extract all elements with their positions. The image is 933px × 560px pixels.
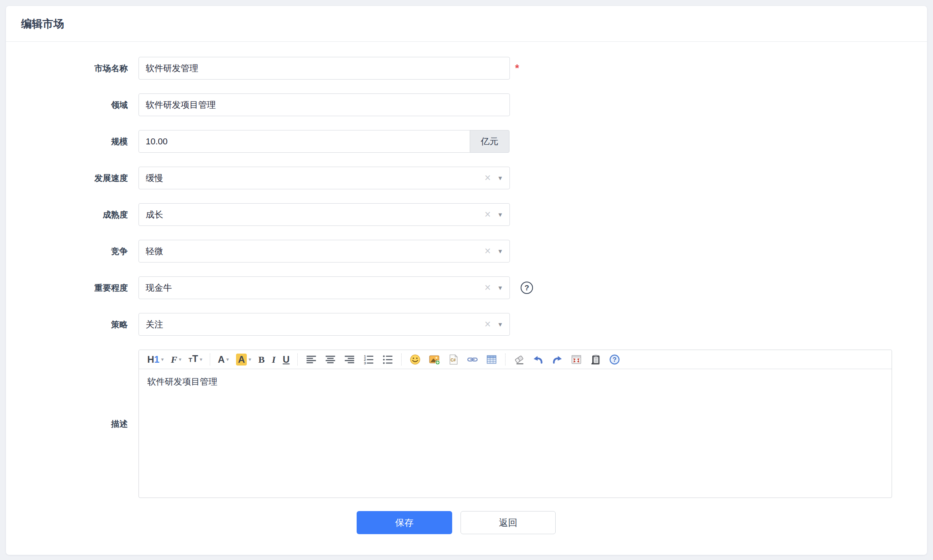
required-asterisk: * bbox=[515, 57, 519, 80]
code-block-icon[interactable]: C# bbox=[447, 354, 459, 366]
maturity-label: 成熟度 bbox=[6, 203, 139, 226]
form-row-importance: 重要程度 现金牛 × ▼ ? bbox=[6, 276, 927, 299]
rich-text-editor: H1▾F▾TT▾A▾A▾BIU123C#? 软件研发项目管理 bbox=[139, 350, 892, 498]
caret-down-icon[interactable]: ▼ bbox=[497, 321, 503, 327]
edit-market-form: 市场名称 * 领域 规模 亿元 发展速度 缓慢 × ▼ bbox=[6, 42, 927, 534]
scale-input-group: 亿元 bbox=[139, 130, 510, 153]
form-actions: 保存 返回 bbox=[357, 511, 927, 534]
form-row-speed: 发展速度 缓慢 × ▼ bbox=[6, 167, 927, 189]
speed-label: 发展速度 bbox=[6, 167, 139, 189]
edit-market-panel: 编辑市场 市场名称 * 领域 规模 亿元 发展速度 缓慢 bbox=[6, 6, 927, 555]
form-row-scale: 规模 亿元 bbox=[6, 130, 927, 153]
form-row-description: 描述 H1▾F▾TT▾A▾A▾BIU123C#? 软件研发项目管理 bbox=[6, 350, 927, 498]
insert-link-icon[interactable] bbox=[466, 354, 478, 366]
competition-select-value: 轻微 bbox=[146, 245, 163, 257]
dropdown-caret-icon: ▾ bbox=[179, 356, 182, 362]
toolbar-divider bbox=[401, 354, 402, 366]
caret-down-icon[interactable]: ▼ bbox=[497, 248, 503, 254]
dropdown-caret-icon: ▾ bbox=[161, 356, 164, 362]
insert-image-icon[interactable] bbox=[428, 354, 440, 366]
clear-icon[interactable]: × bbox=[484, 209, 491, 220]
remove-format-icon[interactable] bbox=[513, 354, 525, 366]
font-family-icon[interactable]: F▾ bbox=[171, 354, 182, 366]
paste-icon[interactable] bbox=[589, 354, 601, 366]
maturity-select[interactable]: 成长 × ▼ bbox=[139, 203, 510, 226]
back-button[interactable]: 返回 bbox=[461, 511, 556, 534]
form-row-strategy: 策略 关注 × ▼ bbox=[6, 313, 927, 336]
text-color-icon[interactable]: A▾ bbox=[218, 354, 229, 366]
caret-down-icon[interactable]: ▼ bbox=[497, 212, 503, 218]
importance-select-value: 现金牛 bbox=[146, 282, 172, 294]
redo-icon[interactable] bbox=[551, 354, 563, 366]
heading-style-icon[interactable]: H1▾ bbox=[147, 354, 164, 366]
toolbar-divider bbox=[505, 354, 506, 366]
dropdown-caret-icon: ▾ bbox=[200, 356, 203, 362]
dropdown-caret-icon: ▾ bbox=[226, 356, 229, 362]
clear-icon[interactable]: × bbox=[484, 282, 491, 293]
emoticons-icon[interactable] bbox=[409, 354, 421, 366]
strategy-label: 策略 bbox=[6, 313, 139, 336]
market-name-label: 市场名称 bbox=[6, 57, 139, 80]
italic-icon[interactable]: I bbox=[272, 354, 275, 366]
align-center-icon[interactable] bbox=[324, 354, 336, 366]
importance-select[interactable]: 现金牛 × ▼ bbox=[139, 276, 510, 299]
field-label: 领域 bbox=[6, 93, 139, 116]
editor-toolbar: H1▾F▾TT▾A▾A▾BIU123C#? bbox=[139, 350, 892, 369]
description-label: 描述 bbox=[6, 418, 139, 430]
page-title: 编辑市场 bbox=[6, 6, 927, 42]
strategy-select-value: 关注 bbox=[146, 319, 163, 331]
clear-icon[interactable]: × bbox=[484, 319, 491, 330]
highlight-color-icon[interactable]: A▾ bbox=[236, 354, 251, 366]
dropdown-caret-icon: ▾ bbox=[248, 356, 251, 362]
toolbar-divider bbox=[297, 354, 298, 366]
undo-icon[interactable] bbox=[532, 354, 544, 366]
field-input[interactable] bbox=[139, 93, 510, 116]
importance-label: 重要程度 bbox=[6, 276, 139, 299]
description-editor-body[interactable]: 软件研发项目管理 bbox=[139, 369, 892, 498]
align-right-icon[interactable] bbox=[344, 354, 355, 366]
speed-select[interactable]: 缓慢 × ▼ bbox=[139, 167, 510, 189]
form-row-competition: 竞争 轻微 × ▼ bbox=[6, 240, 927, 262]
toolbar-divider bbox=[210, 354, 210, 366]
save-button[interactable]: 保存 bbox=[357, 511, 452, 534]
clear-icon[interactable]: × bbox=[484, 246, 491, 257]
competition-select[interactable]: 轻微 × ▼ bbox=[139, 240, 510, 262]
scale-unit-addon: 亿元 bbox=[470, 130, 509, 153]
insert-table-icon[interactable] bbox=[486, 354, 498, 366]
about-help-icon[interactable]: ? bbox=[609, 354, 621, 366]
market-name-input[interactable] bbox=[139, 57, 510, 80]
speed-select-value: 缓慢 bbox=[146, 172, 163, 184]
strategy-select[interactable]: 关注 × ▼ bbox=[139, 313, 510, 336]
align-left-icon[interactable] bbox=[305, 354, 317, 366]
scale-input[interactable] bbox=[139, 130, 470, 153]
fullscreen-icon[interactable] bbox=[570, 354, 582, 366]
font-size-icon[interactable]: TT▾ bbox=[189, 354, 202, 366]
svg-text:?: ? bbox=[613, 356, 617, 363]
help-icon[interactable]: ? bbox=[521, 282, 533, 294]
svg-text:C#: C# bbox=[451, 358, 456, 362]
svg-text:3: 3 bbox=[364, 361, 366, 365]
competition-label: 竞争 bbox=[6, 240, 139, 262]
form-row-field: 领域 bbox=[6, 93, 927, 116]
scale-label: 规模 bbox=[6, 130, 139, 153]
underline-icon[interactable]: U bbox=[283, 354, 289, 366]
caret-down-icon[interactable]: ▼ bbox=[497, 285, 503, 291]
ordered-list-icon[interactable]: 123 bbox=[363, 354, 375, 366]
form-row-market-name: 市场名称 * bbox=[6, 57, 927, 80]
clear-icon[interactable]: × bbox=[484, 173, 491, 183]
bold-icon[interactable]: B bbox=[258, 354, 265, 366]
form-row-maturity: 成熟度 成长 × ▼ bbox=[6, 203, 927, 226]
maturity-select-value: 成长 bbox=[146, 209, 163, 221]
unordered-list-icon[interactable] bbox=[382, 354, 394, 366]
caret-down-icon[interactable]: ▼ bbox=[497, 175, 503, 181]
